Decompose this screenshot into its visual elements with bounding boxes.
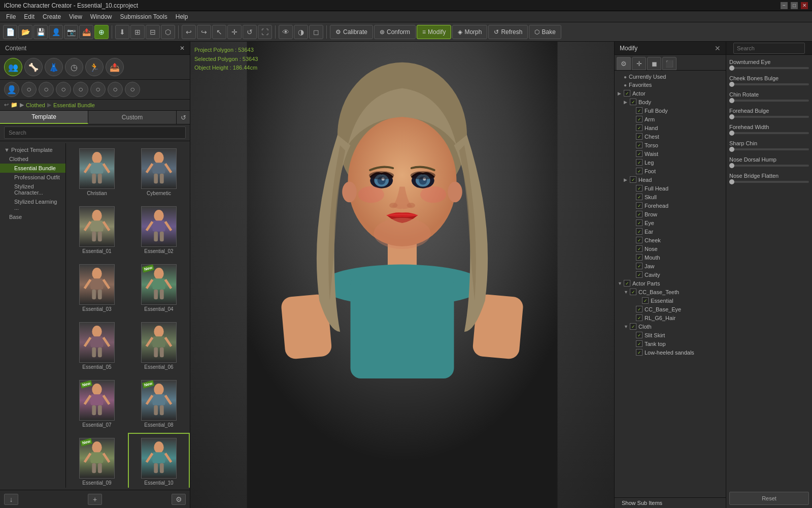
maximize-button[interactable]: □ — [791, 2, 798, 9]
shape-icon-btn[interactable]: ◷ — [65, 58, 83, 76]
eye-button[interactable]: 👁 — [279, 25, 293, 39]
modify-node-waist[interactable]: Waist — [615, 149, 726, 158]
slider-handle[interactable] — [729, 163, 734, 168]
menu-item-help[interactable]: Help — [172, 11, 192, 22]
checkbox[interactable] — [636, 340, 642, 347]
modify-node-leg[interactable]: Leg — [615, 158, 726, 167]
modify-node-actor_parts[interactable]: ▼Actor Parts — [615, 279, 726, 288]
modify-node-ear[interactable]: Ear — [615, 227, 726, 236]
checkbox[interactable] — [636, 332, 642, 338]
checkbox[interactable] — [636, 116, 642, 122]
checkbox[interactable] — [636, 107, 642, 114]
thumbnail-essential_03[interactable]: Essential_03 — [66, 259, 128, 317]
menu-item-view[interactable]: View — [65, 11, 86, 22]
refresh-icon[interactable]: ↺ — [177, 111, 190, 124]
checkbox[interactable] — [636, 159, 642, 166]
modify-node-eye[interactable]: Eye — [615, 218, 726, 227]
checkbox[interactable] — [630, 323, 636, 330]
slider-handle[interactable] — [729, 179, 734, 184]
settings-btn[interactable]: ⚙ — [172, 494, 186, 505]
modify-node-rl_g6_hair[interactable]: RL_G6_Hair — [615, 313, 726, 322]
modify-close-icon[interactable]: ✕ — [715, 44, 721, 52]
modify-node-slit_skirt[interactable]: Slit Skirt — [615, 331, 726, 339]
modify-node-full_head[interactable]: Full Head — [615, 184, 726, 193]
thumbnail-essential_09[interactable]: New Essential_09 — [66, 433, 128, 488]
search-input[interactable] — [4, 126, 186, 139]
modify-node-brow[interactable]: Brow — [615, 210, 726, 218]
checkbox[interactable] — [636, 237, 642, 243]
avatar-icon-btn[interactable]: 👥 — [4, 58, 22, 76]
tree-item-project_template[interactable]: ▼Project Template — [0, 145, 65, 154]
modify-node-full_body[interactable]: Full Body — [615, 106, 726, 115]
slider-track[interactable] — [729, 83, 809, 85]
modify-node-currently_used[interactable]: ●Currently Used — [615, 73, 726, 81]
checkbox[interactable] — [636, 133, 642, 140]
slider-handle[interactable] — [729, 66, 734, 71]
checkbox[interactable] — [636, 150, 642, 157]
checkbox[interactable] — [642, 297, 649, 304]
modify-node-jaw[interactable]: Jaw — [615, 262, 726, 270]
shader-button[interactable]: ◑ — [294, 25, 308, 39]
thumbnail-cybernetic[interactable]: Cybernetic — [128, 143, 190, 201]
circle-btn4[interactable]: ○ — [73, 82, 88, 97]
checkbox[interactable] — [636, 142, 642, 148]
pose-icon-btn[interactable]: 🏃 — [85, 58, 104, 76]
checkbox[interactable] — [636, 254, 642, 261]
circle-btn3[interactable]: ○ — [56, 82, 71, 97]
nav-clothed[interactable]: Clothed — [26, 102, 45, 108]
add-item-btn[interactable]: + — [88, 494, 102, 505]
nav-essential[interactable]: Essential Bundle — [53, 102, 95, 108]
modify-node-skull[interactable]: Skull — [615, 193, 726, 201]
thumbnail-christian[interactable]: Christian — [66, 143, 128, 201]
modify-node-cavity[interactable]: Cavity — [615, 270, 726, 279]
circle-btn1[interactable]: ○ — [21, 82, 37, 97]
modify-node-cc_base_teeth[interactable]: ▼CC_Base_Teeth — [615, 288, 726, 296]
export-icon-btn[interactable]: 📤 — [106, 58, 124, 76]
modify-node-hand[interactable]: Hand — [615, 123, 726, 132]
checkbox[interactable] — [630, 176, 636, 183]
checkbox[interactable] — [636, 168, 642, 174]
checkbox[interactable] — [624, 90, 630, 97]
menu-item-window[interactable]: Window — [86, 11, 116, 22]
slider-track[interactable] — [729, 116, 809, 118]
slider-track[interactable] — [729, 181, 809, 183]
wireframe-button[interactable]: ◻ — [309, 25, 323, 39]
checkbox[interactable] — [636, 314, 642, 321]
thumbnail-essential_06[interactable]: Essential_06 — [128, 317, 190, 375]
transform-button[interactable]: ⬡ — [161, 25, 175, 39]
minimize-button[interactable]: − — [781, 2, 788, 9]
checkbox[interactable] — [630, 99, 636, 105]
content-close-icon[interactable]: ✕ — [180, 45, 185, 52]
modify-node-low_heeled_sandals[interactable]: Low-heeled sandals — [615, 348, 726, 357]
checkbox[interactable] — [636, 124, 642, 131]
avatar-button[interactable]: 👤 — [49, 25, 63, 39]
modify-node-cc_base_eye[interactable]: CC_Base_Eye — [615, 305, 726, 313]
checkbox[interactable] — [636, 245, 642, 252]
modify-node-essential[interactable]: Essential — [615, 296, 726, 305]
rig-icon-btn[interactable]: 🦴 — [24, 58, 43, 76]
modify-node-chest[interactable]: Chest — [615, 132, 726, 141]
nav-back-icon[interactable]: ↩ — [4, 102, 9, 108]
circle-btn2[interactable]: ○ — [39, 82, 54, 97]
checkbox[interactable] — [636, 185, 642, 192]
new-button[interactable]: 📄 — [3, 25, 17, 39]
modify-node-foot[interactable]: Foot — [615, 167, 726, 175]
slider-track[interactable] — [729, 165, 809, 167]
circle-btn6[interactable]: ○ — [108, 82, 123, 97]
checkbox[interactable] — [624, 280, 630, 287]
checkbox[interactable] — [636, 263, 642, 269]
thumbnail-essential_07[interactable]: New Essential_07 — [66, 375, 128, 433]
grid-button[interactable]: ⊞ — [130, 25, 145, 39]
checkbox[interactable] — [636, 306, 642, 312]
modify-node-mouth[interactable]: Mouth — [615, 253, 726, 262]
menu-item-edit[interactable]: Edit — [20, 11, 39, 22]
mod-tab-material[interactable]: ◼ — [647, 57, 661, 70]
custom-tab[interactable]: Custom — [88, 111, 177, 124]
modify-node-cloth[interactable]: ▼Cloth — [615, 322, 726, 331]
thumbnail-essential_05[interactable]: Essential_05 — [66, 317, 128, 375]
mod-tab-checker[interactable]: ⬛ — [662, 57, 676, 70]
template-tab[interactable]: Template — [0, 111, 88, 124]
slider-handle[interactable] — [729, 131, 734, 136]
sliders-search-input[interactable] — [733, 43, 805, 54]
menu-item-submission tools[interactable]: Submission Tools — [116, 11, 172, 22]
